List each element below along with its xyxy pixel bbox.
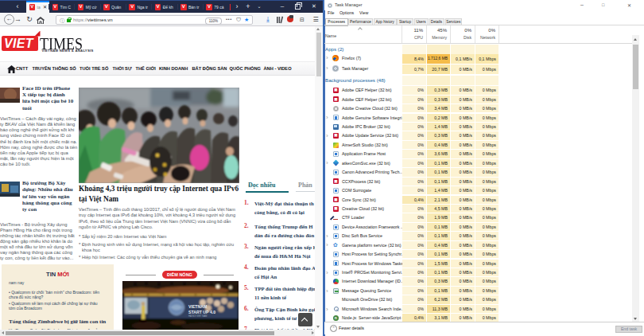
svg-text:VIETNAM: VIETNAM xyxy=(188,304,207,309)
svg-text:START UP 4.0: START UP 4.0 xyxy=(188,310,215,315)
svg-text:HA NOI VIET NAM: HA NOI VIET NAM xyxy=(188,315,208,318)
